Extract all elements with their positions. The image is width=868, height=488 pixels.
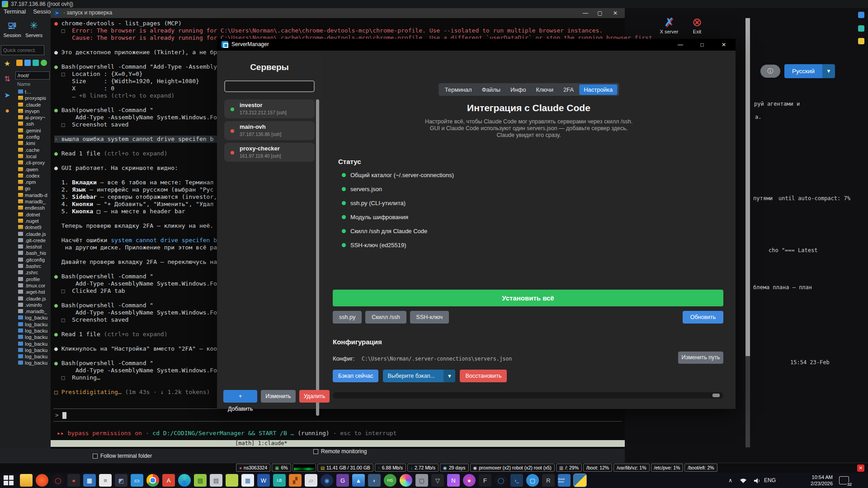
install-all-button[interactable]: Установить всё: [333, 290, 723, 306]
menu-terminal[interactable]: Terminal: [4, 8, 26, 15]
path-input[interactable]: /root/: [15, 71, 50, 80]
taskbar-icon-edge[interactable]: [178, 474, 191, 487]
taskbar-icon-chrome[interactable]: [146, 474, 159, 487]
taskbar-icon-remote[interactable]: ▢: [526, 474, 539, 487]
remote-monitoring-checkbox[interactable]: Remote monitoring: [313, 448, 367, 455]
taskbar-icon-explorer[interactable]: [20, 474, 33, 487]
taskbar-icon-cone[interactable]: ▽: [431, 474, 444, 487]
terminal-maximize-button[interactable]: ▢: [593, 9, 607, 17]
taskbar-icon-recorder[interactable]: ●: [67, 474, 80, 487]
taskbar-icon-hs[interactable]: HS: [384, 474, 396, 487]
backup-now-button[interactable]: Бэкап сейчас: [333, 370, 378, 382]
tab-настройка[interactable]: Настройка: [579, 84, 617, 95]
x-server-desktop-icon[interactable]: ✗ X server: [655, 15, 684, 34]
taskbar-icon-github[interactable]: ●: [463, 474, 476, 487]
info-button[interactable]: ⓘ: [760, 65, 780, 78]
volume-icon[interactable]: [754, 473, 760, 488]
change-path-button[interactable]: Изменить путь: [678, 352, 723, 364]
background-scrollbar-thumb[interactable]: [745, 18, 750, 356]
refresh-button[interactable]: Обновить: [683, 311, 723, 324]
taskbar-icon-quickutmo[interactable]: Quick utmo: [558, 474, 571, 487]
sm-close-button[interactable]: ✕: [714, 39, 734, 51]
favorites-star-icon[interactable]: ★: [2, 59, 12, 69]
terminal-prompt[interactable]: >: [55, 412, 66, 419]
tab-2fa[interactable]: 2FA: [559, 84, 578, 95]
taskbar-icon-photos[interactable]: ▲: [352, 474, 365, 487]
taskbar-icon-swirl[interactable]: ◉: [321, 474, 333, 487]
taskbar-icon-python[interactable]: [574, 474, 586, 487]
taskbar-icon-docker[interactable]: ◗: [368, 474, 381, 487]
wifi-icon[interactable]: [740, 473, 747, 488]
sidebar-button-изменить[interactable]: Изменить: [261, 390, 295, 403]
file-column-header[interactable]: Name: [17, 81, 30, 87]
exit-desktop-icon[interactable]: ⊗ Exit: [683, 15, 712, 34]
server-card-investor[interactable]: investor173.212.212.157 [ssh]: [224, 99, 315, 118]
follow-terminal-folder-checkbox[interactable]: Follow terminal folder: [93, 453, 152, 459]
sm-maximize-button[interactable]: □: [692, 39, 712, 51]
folder-tool-icon[interactable]: [16, 60, 23, 66]
horizontal-scrollbar[interactable]: [333, 392, 723, 399]
tray-chevron-icon[interactable]: ∧: [728, 473, 732, 488]
mobaxterm-titlebar[interactable]: 37.187.136.86 ([root ovh]): [0, 0, 868, 8]
servers-button[interactable]: ✳ Servers: [24, 19, 44, 38]
upload-tool-icon[interactable]: [24, 60, 31, 66]
server-manager-titlebar[interactable]: ServerManager — □ ✕: [217, 39, 736, 51]
language-indicator[interactable]: ENG: [764, 473, 776, 488]
taskbar-icon-word[interactable]: W: [257, 474, 270, 487]
taskbar-icon-lb[interactable]: LB: [273, 474, 286, 487]
quick-connect-input[interactable]: [1, 45, 44, 55]
taskbar-icon-powershell[interactable]: ›_: [510, 474, 523, 487]
clock[interactable]: 10:54 AM 2/23/2026: [811, 474, 833, 487]
taskbar-icon-gimp[interactable]: G: [336, 474, 349, 487]
tab-терминал[interactable]: Терминал: [440, 84, 476, 95]
notification-icon[interactable]: 32: [839, 476, 849, 484]
tab-ключи[interactable]: Ключи: [531, 84, 558, 95]
taskbar-icon-notes[interactable]: ≡: [99, 474, 112, 487]
taskbar-icon-brave[interactable]: [36, 474, 48, 487]
server-card-proxy-checker[interactable]: proxy-checker161.97.118.40 [ssh]: [224, 143, 315, 162]
taskbar-icon-calc2[interactable]: ▦: [241, 474, 254, 487]
download-tool-icon[interactable]: [33, 60, 39, 66]
taskbar-icon-cube[interactable]: ◩: [115, 474, 127, 487]
sm-minimize-button[interactable]: —: [670, 39, 690, 51]
taskbar-icon-installer[interactable]: A: [162, 474, 175, 487]
taskbar-icon-docs[interactable]: ▤: [210, 474, 222, 487]
start-button[interactable]: [4, 475, 14, 485]
component-button[interactable]: SSH-ключ: [410, 311, 449, 324]
edge-desktop-icon-1[interactable]: [858, 12, 864, 18]
sidebar-button-добавить[interactable]: + Добавить: [223, 390, 257, 403]
backup-select[interactable]: Выберите бэкап... ▼: [383, 370, 455, 382]
terminal-minimize-button[interactable]: —: [579, 9, 592, 17]
taskbar-icon-notepadpp[interactable]: ▤: [194, 474, 207, 487]
tab-инфо[interactable]: Инфо: [506, 84, 530, 95]
taskbar-icon-lime[interactable]: [226, 474, 238, 487]
server-card-main-ovh[interactable]: main-ovh37.187.136.86 [ssh]: [224, 121, 315, 140]
monitor-close-button[interactable]: ✕: [857, 465, 864, 472]
taskbar-icon-rtool[interactable]: R: [542, 474, 555, 487]
terminal-close-button[interactable]: ✕: [609, 9, 622, 17]
taskbar-icon-figma[interactable]: F: [479, 474, 491, 487]
edge-desktop-icon-3[interactable]: [858, 38, 864, 44]
language-dropdown[interactable]: Русский ▼: [784, 64, 835, 78]
transfer-icon[interactable]: ⇅: [2, 74, 12, 84]
terminal-titlebar[interactable]: ≻ · запуск и проверка — ▢ ✕: [51, 8, 625, 18]
component-button[interactable]: ssh.py: [333, 311, 362, 324]
taskbar-icon-oring[interactable]: ◯: [495, 474, 507, 487]
tab-файлы[interactable]: Файлы: [477, 84, 505, 95]
edge-desktop-icon-2[interactable]: [858, 25, 864, 32]
taskbar-icon-paper[interactable]: ▱: [305, 474, 317, 487]
taskbar-icon-notion[interactable]: N: [447, 474, 460, 487]
server-search-input[interactable]: [224, 80, 315, 92]
taskbar-icon-pixel[interactable]: ▞: [289, 474, 302, 487]
refresh-tool-icon[interactable]: [41, 60, 47, 66]
background-scrollbar-track[interactable]: [745, 356, 750, 447]
taskbar-icon-monitor[interactable]: ▢: [415, 474, 428, 487]
restore-button[interactable]: Восстановить: [460, 370, 507, 382]
taskbar-icon-opera[interactable]: ◯: [52, 474, 64, 487]
scrollbar-thumb[interactable]: [712, 394, 720, 397]
taskbar-icon-calc[interactable]: ▦: [83, 474, 96, 487]
component-button[interactable]: Скилл /ssh: [365, 311, 406, 324]
send-icon[interactable]: ➤: [2, 90, 12, 100]
sidebar-scrollbar[interactable]: [316, 99, 319, 416]
taskbar-icon-tv[interactable]: ▭: [131, 474, 143, 487]
